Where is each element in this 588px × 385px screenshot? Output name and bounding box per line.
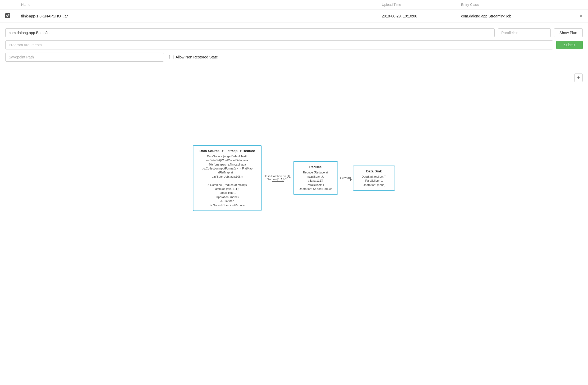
row-checkbox[interactable] bbox=[5, 13, 10, 18]
arrow-1-label: Hash Partition on [1],Sort on [1:ASC] bbox=[264, 175, 291, 181]
show-plan-button[interactable]: Show Plan bbox=[554, 28, 583, 37]
form-row-1: Show Plan bbox=[5, 28, 583, 37]
row-upload-time: 2018-08-29, 10:10:06 bbox=[382, 14, 461, 18]
zoom-in-button[interactable]: + bbox=[574, 74, 583, 82]
allow-non-restored-checkbox[interactable] bbox=[169, 55, 173, 59]
node-2-detail: Reduce (Reduce at main(BatchJo b.java:11… bbox=[298, 171, 333, 191]
allow-non-restored-text: Allow Non Restored State bbox=[176, 55, 218, 59]
col-header-checkbox bbox=[5, 3, 21, 7]
table-row: flink-app-1.0-SNAPSHOT.jar 2018-08-29, 1… bbox=[0, 10, 588, 23]
delete-row-button[interactable]: ✕ bbox=[567, 13, 583, 19]
node-2-title: Reduce bbox=[298, 165, 333, 169]
flow-node-3[interactable]: Data Sink DataSink (collect()) Paralleli… bbox=[353, 166, 395, 191]
col-header-upload-time: Upload Time bbox=[382, 3, 461, 7]
job-form-section: Show Plan Submit Allow Non Restored Stat… bbox=[0, 23, 588, 68]
col-header-entry-class: Entry Class bbox=[461, 3, 567, 7]
form-row-2: Submit bbox=[5, 40, 583, 49]
plan-canvas: + Data Source -> FlatMap -> Reduce DataS… bbox=[0, 68, 588, 227]
form-row-3: Allow Non Restored State bbox=[5, 53, 583, 62]
node-3-detail: DataSink (collect()) Parallelism: 1 Oper… bbox=[358, 175, 391, 187]
allow-non-restored-label[interactable]: Allow Non Restored State bbox=[169, 55, 218, 59]
row-filename: flink-app-1.0-SNAPSHOT.jar bbox=[21, 14, 382, 18]
savepoint-path-input[interactable] bbox=[5, 53, 164, 62]
row-checkbox-cell[interactable] bbox=[5, 13, 21, 19]
arrow-2-label: Forward bbox=[340, 176, 351, 179]
row-entry-class: com.dalong.app.StreamingJob bbox=[461, 14, 567, 18]
col-header-actions bbox=[567, 3, 583, 7]
parallelism-input[interactable] bbox=[498, 28, 551, 37]
jar-table-section: Name Upload Time Entry Class flink-app-1… bbox=[0, 0, 588, 23]
flow-arrow-1: Hash Partition on [1],Sort on [1:ASC] bbox=[261, 175, 293, 182]
arrow-1-line bbox=[272, 181, 283, 182]
node-1-detail: DataSource (at getDefaultTextL ineDataSe… bbox=[197, 154, 257, 207]
col-header-name: Name bbox=[21, 3, 382, 7]
submit-button[interactable]: Submit bbox=[556, 41, 583, 49]
entry-class-input[interactable] bbox=[5, 28, 495, 37]
flow-diagram: Data Source -> FlatMap -> Reduce DataSou… bbox=[193, 145, 395, 211]
node-3-title: Data Sink bbox=[358, 169, 391, 173]
flow-arrow-2: Forward bbox=[338, 176, 353, 180]
arrow-line-1 bbox=[272, 181, 283, 182]
arrow-line-2 bbox=[340, 180, 351, 180]
arrow-2-line bbox=[340, 180, 351, 180]
flow-node-1[interactable]: Data Source -> FlatMap -> Reduce DataSou… bbox=[193, 145, 261, 211]
program-arguments-input[interactable] bbox=[5, 40, 553, 49]
node-1-title: Data Source -> FlatMap -> Reduce bbox=[197, 149, 257, 153]
table-header: Name Upload Time Entry Class bbox=[0, 0, 588, 10]
flow-node-2[interactable]: Reduce Reduce (Reduce at main(BatchJo b.… bbox=[293, 161, 338, 195]
